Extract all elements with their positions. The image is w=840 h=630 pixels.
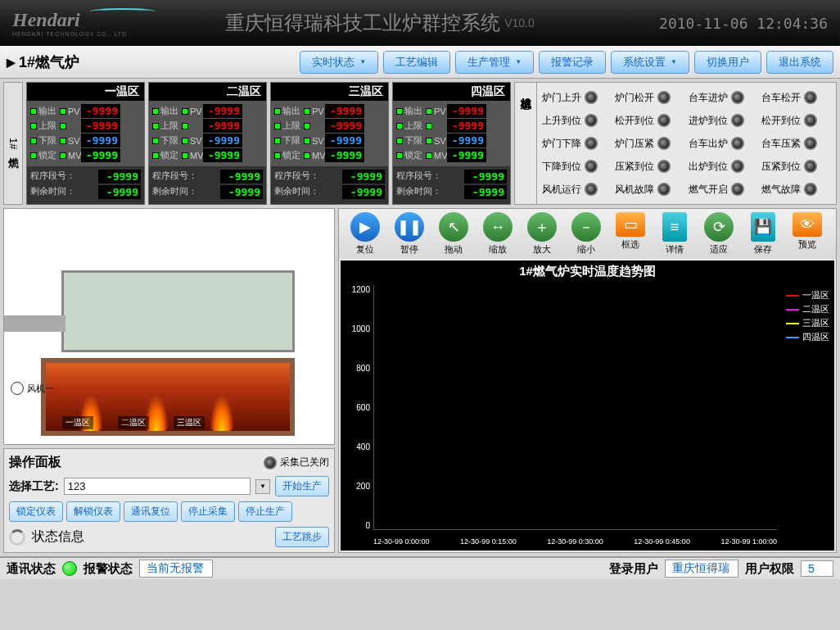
mech-item: 炉门松开 <box>615 88 684 107</box>
indicator-icon <box>274 123 281 129</box>
chart-tool-预览[interactable]: 👁预览 <box>786 212 829 256</box>
start-production-button[interactable]: 开始生产 <box>275 476 329 496</box>
comm-led-icon <box>62 561 77 576</box>
op-通讯复位-button[interactable]: 通讯复位 <box>124 501 178 522</box>
process-jump-button[interactable]: 工艺跳步 <box>275 527 329 547</box>
x-tick: 12-30-99 1:00:00 <box>720 537 777 546</box>
caret-down-icon: ▼ <box>359 58 366 66</box>
status-led-icon <box>585 160 598 173</box>
op-停止采集-button[interactable]: 停止采集 <box>181 501 235 522</box>
status-led-icon <box>731 183 744 196</box>
zone-value: -9999 <box>447 148 486 162</box>
y-tick: 800 <box>345 364 370 373</box>
indicator-icon <box>274 108 281 115</box>
toolbar-工艺编辑-button[interactable]: 工艺编辑 <box>383 51 450 74</box>
toolbar-退出系统-button[interactable]: 退出系统 <box>766 51 833 74</box>
status-led-icon <box>585 137 598 150</box>
indicator-icon <box>426 138 432 144</box>
chart-tool-放大[interactable]: ＋放大 <box>521 212 563 256</box>
mech-title: 机械状态 <box>515 83 537 204</box>
legend-item: 一温区 <box>786 289 829 301</box>
indicator-icon <box>426 152 432 159</box>
indicator-icon <box>30 138 37 144</box>
logo-swoosh-icon <box>90 8 156 15</box>
caret-down-icon: ▼ <box>671 58 677 66</box>
indicator-icon <box>60 152 66 159</box>
op-锁定仪表-button[interactable]: 锁定仪表 <box>9 501 63 522</box>
spinner-icon <box>9 529 25 546</box>
mech-item: 上升到位 <box>542 111 612 130</box>
login-user-label: 登录用户 <box>609 561 658 577</box>
status-led-icon <box>585 183 598 196</box>
zone-row: 输出PV-9999 <box>396 104 507 118</box>
chart-tool-详情[interactable]: ≡详情 <box>653 212 696 256</box>
status-led-icon <box>731 137 744 150</box>
login-user-value: 重庆恒得瑞 <box>665 560 738 578</box>
zone-prog-value: -9999 <box>98 185 141 199</box>
zone-row: 下限SV-9999 <box>396 134 507 147</box>
zone-value: -9999 <box>325 104 364 118</box>
x-tick: 12-30-99 0:30:00 <box>547 537 603 546</box>
zone-panel: 一温区输出PV-9999上限-9999下限SV-9999锁定MV-9999程序段… <box>26 82 145 205</box>
mech-item: 台车松开 <box>761 88 831 107</box>
collect-status: 采集已关闭 <box>264 456 329 469</box>
chart-tool-暂停[interactable]: ❚❚暂停 <box>388 212 431 256</box>
legend-color-icon <box>786 309 799 310</box>
op-停止生产-button[interactable]: 停止生产 <box>238 501 292 522</box>
zone-row: 锁定MV-9999 <box>274 148 385 162</box>
toolbar-报警记录-button[interactable]: 报警记录 <box>539 51 606 74</box>
复位-icon: ▶ <box>350 212 380 242</box>
toolbar-系统设置-button[interactable]: 系统设置▼ <box>611 51 689 74</box>
适应-icon: ⟳ <box>704 212 734 242</box>
zone-panel: 四温区输出PV-9999上限-9999下限SV-9999锁定MV-9999程序段… <box>392 82 511 205</box>
system-version: V10.0 <box>504 16 535 29</box>
y-tick: 400 <box>345 442 370 451</box>
mech-item: 风机故障 <box>615 179 684 199</box>
mech-item: 台车进炉 <box>689 88 758 107</box>
chart-tool-保存[interactable]: 💾保存 <box>742 212 784 256</box>
mech-item: 松开到位 <box>761 111 831 130</box>
chart-area[interactable]: 1#燃气炉实时温度趋势图 一温区二温区三温区四温区 12001000800600… <box>341 261 834 551</box>
toolbar-生产管理-button[interactable]: 生产管理▼ <box>455 51 534 74</box>
logo-subtitle: HENDARI TECHNOLOGY CO., LTD <box>12 31 127 37</box>
fan-icon <box>11 382 24 395</box>
status-led-icon <box>657 183 671 196</box>
chart-tool-适应[interactable]: ⟳适应 <box>698 212 740 256</box>
zone-row: 下限SV-9999 <box>152 134 263 147</box>
zone-side-label: 1#燃气炉 <box>3 82 23 205</box>
chart-tool-缩放[interactable]: ↔缩放 <box>476 212 519 256</box>
indicator-icon <box>152 152 159 159</box>
indicator-icon <box>182 108 188 115</box>
zone-row: 输出PV-9999 <box>30 104 141 118</box>
process-dropdown-button[interactable]: ▼ <box>255 479 270 494</box>
legend-item: 三温区 <box>786 317 829 329</box>
legend-color-icon <box>786 295 799 297</box>
process-input[interactable] <box>64 478 251 495</box>
mech-item: 松开到位 <box>615 111 684 130</box>
缩小-icon: － <box>571 212 601 242</box>
chart-tool-框选[interactable]: ▭框选 <box>609 212 652 256</box>
toolbar-实时状态-button[interactable]: 实时状态▼ <box>300 51 378 74</box>
zone-value: -9999 <box>325 119 364 133</box>
zone-value: -9999 <box>81 119 120 133</box>
mech-item: 炉门压紧 <box>615 134 684 153</box>
chart-tool-复位[interactable]: ▶复位 <box>344 212 386 256</box>
status-led-icon <box>585 114 598 127</box>
chart-panel: ▶复位❚❚暂停↖拖动↔缩放＋放大－缩小▭框选≡详情⟳适应💾保存👁预览 1#燃气炉… <box>338 208 837 553</box>
toolbar-切换用户-button[interactable]: 切换用户 <box>694 51 761 74</box>
status-led-icon <box>731 114 744 127</box>
zone-value: -9999 <box>203 148 242 162</box>
拖动-icon: ↖ <box>439 212 468 242</box>
chart-tool-缩小[interactable]: －缩小 <box>565 212 607 256</box>
x-tick: 12-30-99 0:45:00 <box>634 537 690 546</box>
zone-value: -9999 <box>447 134 486 147</box>
op-解锁仪表-button[interactable]: 解锁仪表 <box>66 501 120 522</box>
zone-prog-row: 剩余时间：-9999 <box>396 185 507 199</box>
zone-panel: 二温区输出PV-9999上限-9999下限SV-9999锁定MV-9999程序段… <box>148 82 267 205</box>
chart-tool-拖动[interactable]: ↖拖动 <box>432 212 475 256</box>
zone-prog-value: -9999 <box>464 185 507 199</box>
mech-item: 燃气故障 <box>761 179 831 199</box>
zone-row: 上限-9999 <box>152 119 263 133</box>
collect-led-icon <box>264 456 277 469</box>
保存-icon: 💾 <box>751 212 775 242</box>
